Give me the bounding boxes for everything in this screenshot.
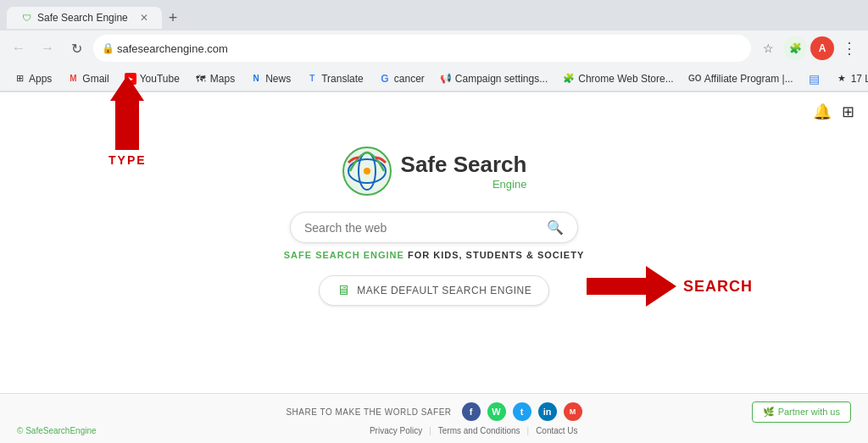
bookmark-news-label: News: [265, 73, 291, 85]
search-container: 🔍: [290, 212, 578, 243]
footer-links: Privacy Policy | Terms and Conditions | …: [97, 426, 851, 435]
back-btn[interactable]: ←: [7, 36, 31, 60]
logo-svg: [342, 146, 392, 197]
partner-btn[interactable]: 🌿 Partner with us: [752, 401, 851, 423]
twitter-icon[interactable]: t: [513, 402, 531, 421]
search-input[interactable]: [304, 221, 540, 235]
bookmark-chrome-store[interactable]: 🧩 Chrome Web Store...: [556, 70, 681, 87]
forward-btn[interactable]: →: [36, 36, 59, 60]
search-input-wrap: 🔍: [290, 212, 578, 243]
bookmark-chrome-store-label: Chrome Web Store...: [578, 73, 674, 85]
lock-icon: 🔒: [102, 42, 114, 54]
bookmark-affiliate[interactable]: GO Affiliate Program |...: [682, 70, 800, 87]
whatsapp-icon[interactable]: W: [487, 402, 506, 421]
bookmark-littleknown-label: 17 Little-Known Affi...: [851, 73, 868, 85]
default-search-engine-btn[interactable]: 🖥 MAKE DEFAULT SEARCH ENGINE: [319, 275, 549, 306]
logo-engine: Engine: [401, 178, 527, 191]
gmail-share-icon[interactable]: M: [564, 402, 582, 421]
nav-icons: ☆ 🧩 A ⋮: [756, 36, 861, 60]
apps-icon: ⊞: [14, 73, 25, 85]
menu-btn[interactable]: ⋮: [837, 36, 861, 60]
bookmark-maps-label: Maps: [210, 73, 235, 85]
bookmark-translate[interactable]: T Translate: [299, 70, 370, 87]
profile-btn[interactable]: A: [810, 36, 834, 60]
bookmarks-bar: ⊞ Apps M Gmail ▶ YouTube 🗺 Maps N News T…: [0, 66, 868, 91]
linkedin-icon[interactable]: in: [538, 402, 557, 421]
reload-btn[interactable]: ↻: [64, 36, 88, 60]
address-input[interactable]: [93, 35, 751, 62]
terms-link[interactable]: Terms and Conditions: [438, 426, 520, 435]
bookmark-maps[interactable]: 🗺 Maps: [188, 70, 242, 87]
bookmark-star-btn[interactable]: ☆: [756, 36, 780, 60]
bookmark-gmail-label: Gmail: [82, 73, 108, 85]
bookmark-campaign[interactable]: 📢 Campaign settings...: [433, 70, 554, 87]
tab-title: Safe Search Engine: [37, 12, 128, 24]
bell-icon[interactable]: 🔔: [813, 102, 832, 121]
bookmark-cancer-label: cancer: [394, 73, 425, 85]
share-text: SHARE TO MAKE THE WORLD SAFER: [286, 407, 451, 417]
translate-icon: T: [306, 73, 318, 85]
bookmark-apps[interactable]: ⊞ Apps: [7, 70, 58, 87]
social-icons: f W t in M: [462, 402, 582, 421]
chrome-store-icon: 🧩: [563, 73, 575, 85]
bookmark-translate-label: Translate: [321, 73, 364, 85]
affiliate-icon: GO: [689, 73, 701, 85]
nav-bar: ← → ↻ 🔒 ☆ 🧩 A ⋮: [0, 30, 868, 66]
tab-close[interactable]: ✕: [140, 12, 148, 24]
grid-icon[interactable]: ⊞: [842, 102, 854, 121]
doc-icon: ▤: [809, 73, 821, 85]
monitor-icon: 🖥: [337, 283, 351, 298]
leaf-icon: 🌿: [763, 407, 775, 418]
privacy-policy-link[interactable]: Privacy Policy: [370, 426, 422, 435]
youtube-icon: ▶: [125, 73, 136, 85]
facebook-icon[interactable]: f: [462, 402, 481, 421]
footer-bottom: © SafeSearchEngine Privacy Policy | Term…: [17, 426, 851, 435]
tagline-green: SAFE SEARCH ENGINE: [284, 250, 404, 260]
bookmark-doc[interactable]: ▤: [802, 70, 827, 87]
search-icon-btn[interactable]: 🔍: [547, 219, 564, 235]
page-content: 🔔 ⊞ Safe Search Engine 🔍: [0, 92, 868, 443]
gmail-icon: M: [67, 73, 79, 85]
bookmark-gmail[interactable]: M Gmail: [60, 70, 115, 87]
logo-safe-search: Safe Search: [401, 152, 527, 178]
logo-text: Safe Search Engine: [401, 152, 527, 191]
maps-icon: 🗺: [195, 73, 207, 85]
footer-top: SHARE TO MAKE THE WORLD SAFER f W t in M…: [17, 402, 851, 421]
bookmark-littleknown[interactable]: ★ 17 Little-Known Affi...: [829, 70, 868, 87]
littleknown-icon: ★: [836, 73, 848, 85]
address-bar-container: 🔒: [93, 35, 751, 62]
contact-link[interactable]: Contact Us: [536, 426, 577, 435]
browser-chrome: 🛡 Safe Search Engine ✕ + ← → ↻ 🔒 ☆ 🧩 A ⋮…: [0, 0, 868, 92]
tab-bar: 🛡 Safe Search Engine ✕ +: [0, 0, 868, 30]
bookmark-campaign-label: Campaign settings...: [455, 73, 548, 85]
tagline: SAFE SEARCH ENGINE FOR KIDS, STUDENTS & …: [284, 250, 584, 260]
copyright: © SafeSearchEngine: [17, 426, 97, 435]
bookmark-youtube-label: YouTube: [140, 73, 180, 85]
sep1: |: [429, 426, 431, 435]
svg-point-3: [364, 168, 370, 174]
bookmark-affiliate-label: Affiliate Program |...: [704, 73, 793, 85]
main-content: Safe Search Engine 🔍 SAFE SEARCH ENGINE …: [0, 92, 868, 393]
tagline-dark: FOR KIDS, STUDENTS & SOCIETY: [408, 250, 584, 260]
bookmark-news[interactable]: N News: [243, 70, 298, 87]
bookmark-cancer[interactable]: G cancer: [372, 70, 431, 87]
active-tab[interactable]: 🛡 Safe Search Engine ✕: [7, 7, 162, 29]
sep2: |: [527, 426, 530, 435]
bookmark-youtube[interactable]: ▶ YouTube: [118, 70, 186, 87]
default-btn-label: MAKE DEFAULT SEARCH ENGINE: [357, 285, 531, 296]
tab-favicon: 🛡: [20, 12, 32, 24]
bookmark-apps-label: Apps: [29, 73, 52, 85]
cancer-g-icon: G: [379, 73, 391, 85]
top-right-icons: 🔔 ⊞: [813, 102, 854, 121]
campaign-icon: 📢: [440, 73, 452, 85]
extensions-btn[interactable]: 🧩: [783, 36, 807, 60]
logo-container: Safe Search Engine: [342, 146, 527, 197]
new-tab-btn[interactable]: +: [169, 9, 178, 27]
news-icon: N: [250, 73, 262, 85]
footer: SHARE TO MAKE THE WORLD SAFER f W t in M…: [0, 393, 868, 443]
partner-label: Partner with us: [778, 407, 840, 417]
